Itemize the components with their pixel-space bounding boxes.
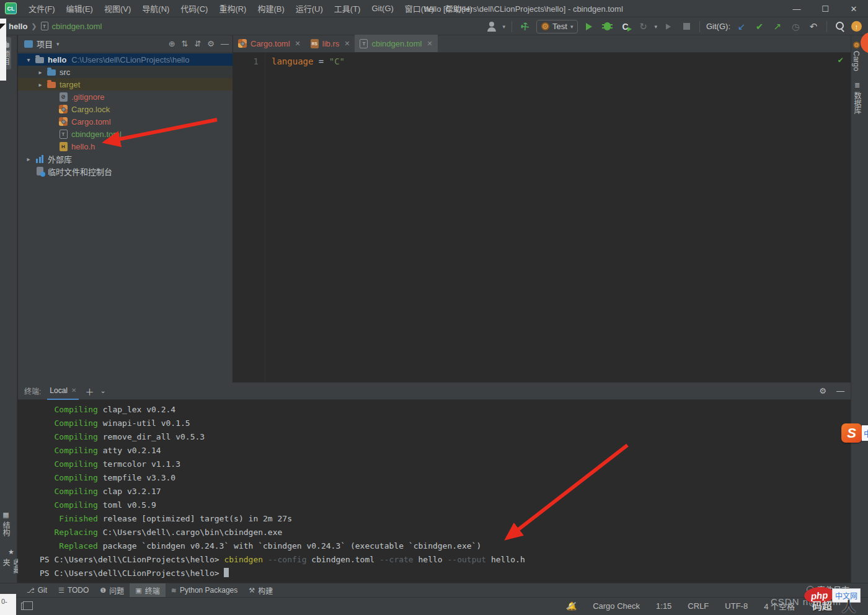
toolwindow-button-Git[interactable]: ⎇Git	[21, 583, 53, 598]
tree-chevron-icon[interactable]: ▸	[35, 81, 46, 88]
close-tab-icon[interactable]: ✕	[427, 40, 432, 48]
editor-tab-cbindgentoml[interactable]: Tcbindgen.toml✕	[355, 35, 437, 52]
project-view-select[interactable]: 项目 ▾	[24, 38, 60, 50]
close-tab-icon[interactable]: ✕	[295, 40, 301, 48]
menu-R[interactable]: 重构(R)	[213, 0, 252, 17]
terminal-text: release [optimized] target(s) in 2m 27s	[98, 514, 292, 523]
user-account-icon[interactable]	[485, 20, 498, 33]
collapse-all-icon[interactable]: ⇵	[194, 39, 201, 48]
project-panel-header: 项目 ▾ ⊕ ⇅ ⇵ ⚙ —	[18, 35, 232, 53]
status-item-CargoCheck[interactable]: Cargo Check	[593, 601, 640, 611]
menu-B[interactable]: 构建(B)	[252, 0, 290, 17]
close-tab-icon[interactable]: ✕	[71, 387, 76, 394]
toolwindow-label: 构建	[258, 585, 273, 596]
cargo-icon	[853, 42, 860, 48]
close-button[interactable]: ✕	[839, 0, 868, 17]
tree-item-[interactable]: ▸外部库	[18, 153, 232, 165]
toolwindow-button-TODO[interactable]: ☰TODO	[53, 583, 94, 598]
tree-item-src[interactable]: ▸src	[18, 66, 232, 78]
tool-stripe-structure[interactable]: ▦ 结构	[1, 507, 11, 541]
profiler-dropdown-icon[interactable]: ▾	[654, 24, 657, 30]
close-tab-icon[interactable]: ✕	[344, 40, 350, 48]
terminal-cursor	[224, 568, 229, 577]
toolwindow-button-[interactable]: ⚒构建	[243, 583, 278, 598]
toolbar-separator	[512, 21, 512, 32]
new-terminal-icon[interactable]: ＋	[85, 385, 94, 397]
tree-icon-slot	[58, 105, 69, 113]
terminal-settings-icon[interactable]: ⚙	[819, 386, 826, 396]
tree-chevron-icon[interactable]: ▸	[23, 156, 34, 162]
menu-GitG[interactable]: Git(G)	[366, 0, 399, 17]
tree-item-Cargolock[interactable]: Cargo.lock	[18, 103, 232, 115]
tool-stripe-database[interactable]: ≣ 数据库	[852, 77, 862, 118]
cargo-file-icon	[59, 117, 68, 126]
user-dropdown-icon[interactable]: ▾	[503, 24, 506, 30]
status-item-CRLF[interactable]: CRLF	[688, 601, 709, 611]
tree-item-helloh[interactable]: Hhello.h	[18, 140, 232, 153]
tool-stripe-cargo[interactable]: Cargo	[852, 37, 861, 76]
toolwindow-icon: ▣	[135, 586, 141, 595]
window-title: hello [C:\Users\dell\CLionProjects\hello…	[424, 0, 623, 17]
notifications-muted-icon[interactable]: 🔔	[567, 601, 577, 611]
code-token: "C"	[329, 56, 345, 66]
git-commit-icon[interactable]: ✔	[753, 20, 766, 33]
update-notification-icon[interactable]: ↑	[851, 21, 862, 32]
terminal-line: Compiling remove_dir_all v0.5.3	[40, 430, 851, 444]
menu-C[interactable]: 代码(C)	[175, 0, 213, 17]
status-item-UTF8[interactable]: UTF-8	[725, 601, 748, 611]
panel-settings-icon[interactable]: ⚙	[207, 39, 215, 48]
folder-icon	[47, 69, 56, 76]
rust-file-icon: RS	[311, 39, 319, 48]
tree-item-cbindgentoml[interactable]: Tcbindgen.toml	[18, 128, 232, 140]
terminal-tab-local[interactable]: Local✕	[47, 383, 79, 400]
toolwindow-button-[interactable]: ❶问题	[94, 583, 130, 598]
terminal-output[interactable]: Compiling clap_lex v0.2.4 Compiling wina…	[18, 400, 851, 580]
editor-tab-librs[interactable]: RSlib.rs✕	[306, 35, 355, 52]
status-item-115[interactable]: 1:15	[656, 601, 671, 611]
tree-icon-slot	[34, 167, 45, 175]
layout-widget-icon[interactable]	[21, 603, 30, 610]
hide-terminal-icon[interactable]: —	[836, 386, 844, 396]
menu-V[interactable]: 视图(V)	[99, 0, 136, 17]
locate-file-icon[interactable]: ⊕	[169, 39, 175, 48]
maximize-button[interactable]: ☐	[811, 0, 839, 17]
coverage-run-button[interactable]: C	[618, 20, 632, 33]
breadcrumb-file[interactable]: cbindgen.toml	[52, 22, 102, 31]
expand-all-icon[interactable]: ⇅	[182, 39, 188, 48]
tree-chevron-icon[interactable]: ▾	[23, 56, 34, 63]
tree-icon-slot	[46, 68, 57, 76]
editor[interactable]: 1 language = "C" ✔	[233, 53, 851, 383]
terminal-text: PS C:\Users\dell\CLionProjects\hello>	[40, 555, 224, 564]
run-button[interactable]	[582, 20, 596, 33]
hide-panel-icon[interactable]: —	[221, 39, 229, 48]
menu-T[interactable]: 工具(T)	[329, 0, 366, 17]
build-hammer-icon[interactable]: ⚒	[518, 20, 532, 33]
toolwindow-button-PythonPackages[interactable]: ≋Python Packages	[166, 583, 244, 598]
tree-item-Cargotoml[interactable]: Cargo.toml	[18, 115, 232, 128]
editor-tab-Cargotoml[interactable]: Cargo.toml✕	[233, 35, 306, 52]
menu-F[interactable]: 文件(F)	[23, 0, 61, 17]
git-rollback-icon[interactable]: ↶	[807, 20, 820, 33]
menu-E[interactable]: 编辑(E)	[61, 0, 99, 17]
menu-U[interactable]: 运行(U)	[290, 0, 329, 17]
tree-item-hello[interactable]: ▾helloC:\Users\dell\CLionProjects\hello	[18, 53, 232, 66]
menu-N[interactable]: 导航(N)	[136, 0, 175, 17]
profiler-button[interactable]: ↻	[636, 20, 650, 33]
tree-chevron-icon[interactable]: ▸	[35, 69, 46, 76]
tree-item-label: target	[60, 80, 80, 89]
terminal-text: Compiling	[40, 446, 98, 455]
debug-button[interactable]	[600, 20, 614, 33]
git-update-icon[interactable]: ↙	[735, 20, 748, 33]
terminal-text: Compiling	[40, 418, 98, 428]
tree-item-target[interactable]: ▸target	[18, 78, 232, 91]
minimize-button[interactable]: —	[782, 0, 811, 17]
run-configuration-select[interactable]: Test ▾	[536, 20, 578, 33]
git-push-icon[interactable]: ↗	[771, 20, 784, 33]
toolwindow-button-[interactable]: ▣终端	[130, 583, 165, 598]
breadcrumb-project[interactable]: hello	[9, 22, 27, 31]
search-everywhere-icon[interactable]	[833, 20, 847, 33]
tree-item-gitignore[interactable]: ⊘.gitignore	[18, 91, 232, 103]
tree-item-[interactable]: 临时文件和控制台	[18, 165, 232, 177]
inspection-ok-icon[interactable]: ✔	[838, 55, 843, 64]
terminal-dropdown-icon[interactable]: ⌄	[100, 387, 105, 395]
